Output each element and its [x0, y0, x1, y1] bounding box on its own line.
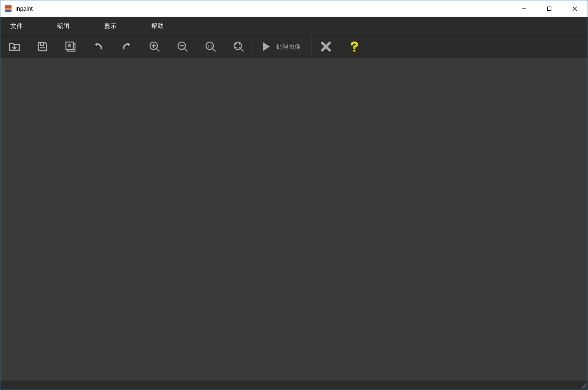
menu-view[interactable]: 显示 — [98, 20, 123, 33]
app-icon — [5, 5, 12, 12]
svg-line-20 — [213, 49, 215, 51]
svg-line-17 — [185, 49, 187, 51]
svg-point-26 — [353, 49, 355, 52]
zoom-in-button[interactable] — [141, 35, 169, 58]
zoom-1to1-icon: 1:1 — [204, 40, 217, 53]
open-button[interactable] — [0, 35, 28, 58]
app-title: Inpaint — [15, 5, 33, 12]
undo-button[interactable] — [84, 35, 112, 58]
titlebar: Inpaint — [0, 0, 588, 17]
cancel-button[interactable] — [312, 35, 340, 58]
process-label: 处理图像 — [276, 43, 301, 51]
minimize-button[interactable] — [511, 0, 536, 16]
svg-point-11 — [69, 45, 70, 46]
close-button[interactable] — [562, 0, 588, 16]
menu-help[interactable]: 帮助 — [145, 20, 170, 33]
redo-button[interactable] — [112, 35, 141, 58]
toolbar: 1:1 处理图像 — [0, 35, 588, 58]
folder-open-icon — [8, 40, 21, 53]
redo-icon — [120, 40, 133, 53]
cancel-icon — [320, 41, 332, 52]
menu-file[interactable]: 文件 — [4, 20, 29, 33]
help-button[interactable] — [340, 35, 368, 58]
help-icon — [349, 41, 360, 52]
menu-edit[interactable]: 编辑 — [51, 20, 76, 33]
zoom-actual-button[interactable]: 1:1 — [197, 35, 225, 58]
svg-line-13 — [157, 49, 159, 51]
menubar: 文件 编辑 显示 帮助 — [0, 17, 588, 35]
canvas-area[interactable] — [0, 58, 588, 381]
zoom-fit-button[interactable] — [225, 35, 253, 58]
save-button[interactable] — [28, 35, 56, 58]
batch-button[interactable] — [56, 35, 84, 58]
undo-icon — [92, 40, 105, 53]
svg-line-28 — [583, 385, 586, 388]
save-icon — [36, 40, 49, 53]
batch-icon — [64, 40, 77, 53]
resize-grip[interactable] — [580, 382, 587, 389]
zoom-out-icon — [176, 40, 189, 53]
zoom-in-icon — [148, 40, 161, 53]
process-image-button[interactable]: 处理图像 — [253, 35, 312, 58]
play-icon — [260, 41, 272, 52]
svg-rect-4 — [548, 7, 551, 10]
svg-text:1:1: 1:1 — [207, 45, 212, 48]
svg-rect-2 — [5, 8, 12, 10]
zoom-fit-icon — [232, 40, 245, 53]
statusbar — [0, 381, 588, 390]
zoom-out-button[interactable] — [169, 35, 197, 58]
maximize-button[interactable] — [536, 0, 562, 16]
svg-line-29 — [585, 387, 586, 388]
svg-line-23 — [241, 49, 243, 51]
svg-rect-7 — [40, 42, 44, 45]
window-controls — [511, 0, 588, 16]
